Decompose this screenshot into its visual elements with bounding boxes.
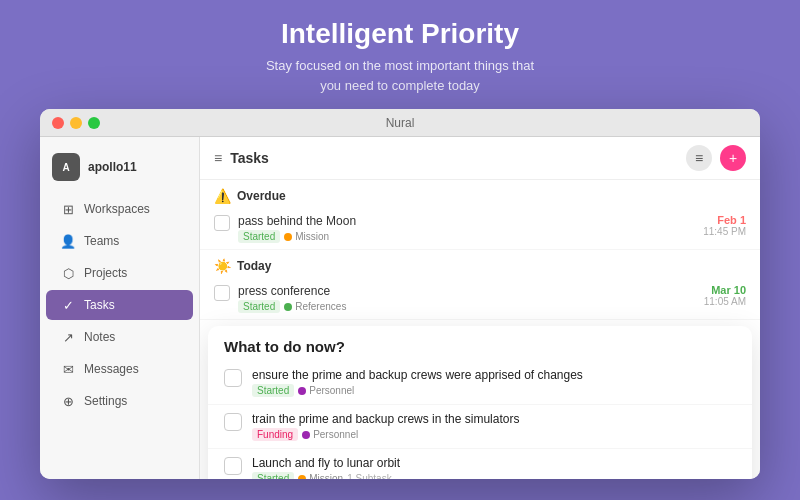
task-name: press conference bbox=[238, 284, 696, 298]
menu-button[interactable]: ≡ bbox=[686, 145, 712, 171]
sidebar-item-label: Settings bbox=[84, 394, 127, 408]
avatar: A bbox=[52, 153, 80, 181]
task-meta: Started Mission 1 Subtask bbox=[252, 472, 400, 479]
overdue-section-header: ⚠️ Overdue bbox=[200, 180, 760, 208]
tasks-icon: ✓ bbox=[60, 297, 76, 313]
task-checkbox[interactable] bbox=[224, 369, 242, 387]
sidebar-item-label: Tasks bbox=[84, 298, 115, 312]
task-meta: Started Personnel bbox=[252, 384, 583, 397]
list-item: train the prime and backup crews in the … bbox=[208, 405, 752, 449]
app-body: A apollo11 ⊞ Workspaces 👤 Teams ⬡ Projec… bbox=[40, 137, 760, 479]
main-header: ≡ Tasks ≡ + bbox=[200, 137, 760, 180]
workspace-dot bbox=[284, 233, 292, 241]
workspace-tag: Personnel bbox=[298, 385, 354, 396]
settings-icon: ⊕ bbox=[60, 393, 76, 409]
messages-icon: ✉ bbox=[60, 361, 76, 377]
sidebar-item-notes[interactable]: ↗ Notes bbox=[46, 322, 193, 352]
status-badge: Started bbox=[238, 300, 280, 313]
sidebar: A apollo11 ⊞ Workspaces 👤 Teams ⬡ Projec… bbox=[40, 137, 200, 479]
header-actions: ≡ + bbox=[686, 145, 746, 171]
sidebar-item-label: Teams bbox=[84, 234, 119, 248]
workspace-dot bbox=[302, 431, 310, 439]
overdue-label: Overdue bbox=[237, 189, 286, 203]
task-content: press conference Started References bbox=[238, 284, 696, 313]
task-content: pass behind the Moon Started Mission bbox=[238, 214, 695, 243]
what-to-do-card: What to do now? ensure the prime and bac… bbox=[208, 326, 752, 479]
task-content: train the prime and backup crews in the … bbox=[252, 412, 519, 441]
list-item: ensure the prime and backup crews were a… bbox=[208, 361, 752, 405]
titlebar: Nural bbox=[40, 109, 760, 137]
task-meta: Funding Personnel bbox=[252, 428, 519, 441]
sidebar-item-label: Messages bbox=[84, 362, 139, 376]
user-name: apollo11 bbox=[88, 160, 137, 174]
workspace-dot bbox=[298, 475, 306, 480]
tasks-area: ⚠️ Overdue pass behind the Moon Started … bbox=[200, 180, 760, 479]
status-badge: Started bbox=[252, 472, 294, 479]
what-card-header: What to do now? bbox=[208, 326, 752, 361]
add-task-button[interactable]: + bbox=[720, 145, 746, 171]
sidebar-user: A apollo11 bbox=[40, 147, 199, 193]
sidebar-item-label: Notes bbox=[84, 330, 115, 344]
workspace-tag: Mission bbox=[284, 231, 329, 242]
workspace-tag: Personnel bbox=[302, 429, 358, 440]
workspace-tag: Mission bbox=[298, 473, 343, 479]
today-icon: ☀️ bbox=[214, 258, 231, 274]
status-badge: Started bbox=[238, 230, 280, 243]
task-checkbox[interactable] bbox=[224, 457, 242, 475]
sidebar-item-messages[interactable]: ✉ Messages bbox=[46, 354, 193, 384]
workspaces-icon: ⊞ bbox=[60, 201, 76, 217]
task-checkbox[interactable] bbox=[214, 285, 230, 301]
task-content: Launch and fly to lunar orbit Started Mi… bbox=[252, 456, 400, 479]
task-name: train the prime and backup crews in the … bbox=[252, 412, 519, 426]
close-button[interactable] bbox=[52, 117, 64, 129]
workspace-dot bbox=[284, 303, 292, 311]
projects-icon: ⬡ bbox=[60, 265, 76, 281]
notes-icon: ↗ bbox=[60, 329, 76, 345]
task-meta: Started Mission bbox=[238, 230, 695, 243]
task-name: pass behind the Moon bbox=[238, 214, 695, 228]
table-row: press conference Started References Mar … bbox=[200, 278, 760, 320]
workspace-dot bbox=[298, 387, 306, 395]
status-badge: Started bbox=[252, 384, 294, 397]
titlebar-app-name: Nural bbox=[386, 116, 415, 130]
today-label: Today bbox=[237, 259, 271, 273]
app-window: Nural A apollo11 ⊞ Workspaces 👤 Teams ⬡ … bbox=[40, 109, 760, 479]
header-left: ≡ Tasks bbox=[214, 150, 269, 166]
main-header-title: Tasks bbox=[230, 150, 269, 166]
workspace-tag: References bbox=[284, 301, 346, 312]
minimize-button[interactable] bbox=[70, 117, 82, 129]
hero-subtitle: Stay focused on the most important thing… bbox=[266, 56, 534, 95]
traffic-lights bbox=[52, 117, 100, 129]
sidebar-item-workspaces[interactable]: ⊞ Workspaces bbox=[46, 194, 193, 224]
task-date: Feb 1 11:45 PM bbox=[703, 214, 746, 237]
sidebar-item-label: Workspaces bbox=[84, 202, 150, 216]
task-checkbox[interactable] bbox=[224, 413, 242, 431]
task-checkbox[interactable] bbox=[214, 215, 230, 231]
page-title: Intelligent Priority bbox=[281, 18, 519, 50]
list-item: Launch and fly to lunar orbit Started Mi… bbox=[208, 449, 752, 479]
table-row: pass behind the Moon Started Mission Feb… bbox=[200, 208, 760, 250]
sidebar-item-label: Projects bbox=[84, 266, 127, 280]
task-meta: Started References bbox=[238, 300, 696, 313]
sidebar-item-projects[interactable]: ⬡ Projects bbox=[46, 258, 193, 288]
sidebar-item-teams[interactable]: 👤 Teams bbox=[46, 226, 193, 256]
task-name: ensure the prime and backup crews were a… bbox=[252, 368, 583, 382]
teams-icon: 👤 bbox=[60, 233, 76, 249]
task-content: ensure the prime and backup crews were a… bbox=[252, 368, 583, 397]
status-badge: Funding bbox=[252, 428, 298, 441]
maximize-button[interactable] bbox=[88, 117, 100, 129]
today-section-header: ☀️ Today bbox=[200, 250, 760, 278]
main-content: ≡ Tasks ≡ + ⚠️ Overdue pass b bbox=[200, 137, 760, 479]
subtask-count: 1 Subtask bbox=[347, 473, 391, 479]
sidebar-item-settings[interactable]: ⊕ Settings bbox=[46, 386, 193, 416]
overdue-icon: ⚠️ bbox=[214, 188, 231, 204]
sidebar-item-tasks[interactable]: ✓ Tasks bbox=[46, 290, 193, 320]
task-date: Mar 10 11:05 AM bbox=[704, 284, 746, 307]
task-name: Launch and fly to lunar orbit bbox=[252, 456, 400, 470]
hamburger-icon: ≡ bbox=[214, 150, 222, 166]
